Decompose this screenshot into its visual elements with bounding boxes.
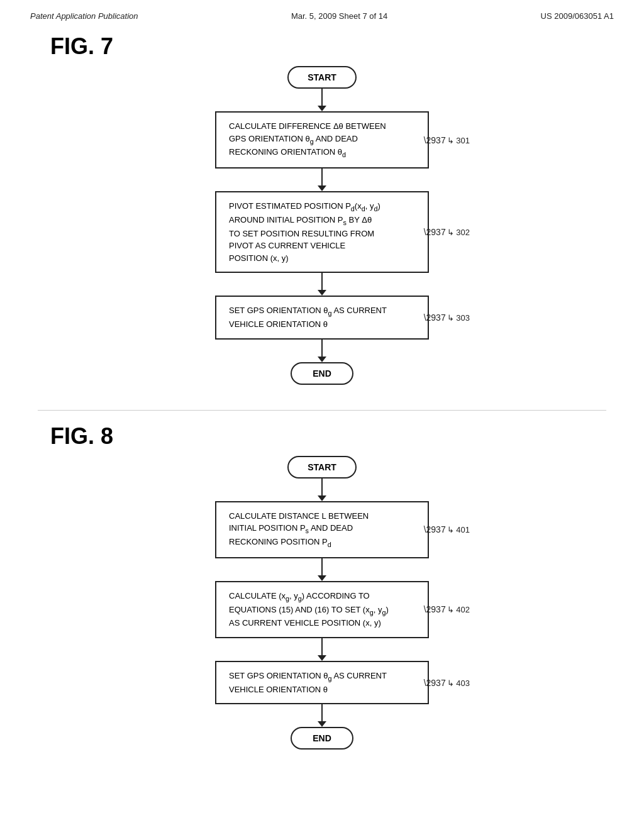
- fig7-end-row: END: [291, 362, 353, 385]
- fig8-step401-row: CALCULATE DISTANCE L BETWEEN INITIAL POS…: [215, 501, 429, 558]
- fig7-label: FIG. 7: [50, 33, 606, 60]
- fig8-end-node: END: [291, 727, 353, 750]
- fig7-start-row: START: [287, 66, 357, 89]
- fig7-flowchart: START CALCULATE DIFFERENCE Δθ BETWEEN GP…: [38, 66, 606, 385]
- fig8-label: FIG. 8: [50, 423, 606, 450]
- fig7-arrow-4: [318, 340, 326, 362]
- fig7-flow-container: START CALCULATE DIFFERENCE Δθ BETWEEN GP…: [38, 66, 606, 385]
- fig7-arrow-1: [318, 89, 326, 111]
- fig8-start-row: START: [287, 456, 357, 479]
- fig8-end-row: END: [291, 727, 353, 750]
- page: Patent Application Publication Mar. 5, 2…: [0, 0, 644, 830]
- fig8-step403-row: SET GPS ORIENTATION θg AS CURRENT VEHICL…: [215, 661, 429, 704]
- fig7-step301-row: CALCULATE DIFFERENCE Δθ BETWEEN GPS ORIE…: [215, 111, 429, 169]
- fig7-step303-label: ↳ 303: [424, 313, 470, 323]
- fig8-arrow-3: [318, 638, 326, 661]
- fig8-step402-label: ↳ 402: [424, 604, 470, 614]
- fig8-flow-container: START CALCULATE DISTANCE L BETWEEN INITI…: [38, 456, 606, 750]
- publication-label: Patent Application Publication: [30, 11, 138, 21]
- fig7-step302-row: PIVOT ESTIMATED POSITION Pd(xd, yd) AROU…: [215, 191, 429, 273]
- figure-7-section: FIG. 7 START CALCULATE DIFFERENCE Δθ BET…: [38, 33, 606, 385]
- fig7-step301-box: CALCULATE DIFFERENCE Δθ BETWEEN GPS ORIE…: [215, 111, 429, 169]
- page-header: Patent Application Publication Mar. 5, 2…: [0, 0, 644, 27]
- fig7-step303-row: SET GPS ORIENTATION θg AS CURRENT VEHICL…: [215, 296, 429, 339]
- fig8-step402-box: CALCULATE (xg, yg) ACCORDING TO EQUATION…: [215, 581, 429, 638]
- fig8-step402-row: CALCULATE (xg, yg) ACCORDING TO EQUATION…: [215, 581, 429, 638]
- fig7-step303-box: SET GPS ORIENTATION θg AS CURRENT VEHICL…: [215, 296, 429, 339]
- fig7-step301-label: ↳ 301: [424, 135, 470, 145]
- fig7-end-node: END: [291, 362, 353, 385]
- fig7-arrow-2: [318, 169, 326, 191]
- section-divider: [38, 410, 606, 411]
- fig8-step401-label: ↳ 401: [424, 524, 470, 534]
- fig8-step403-box: SET GPS ORIENTATION θg AS CURRENT VEHICL…: [215, 661, 429, 704]
- fig8-step401-box: CALCULATE DISTANCE L BETWEEN INITIAL POS…: [215, 501, 429, 558]
- fig8-arrow-2: [318, 558, 326, 581]
- fig8-arrow-1: [318, 479, 326, 501]
- fig7-arrow-3: [318, 273, 326, 296]
- fig8-step403-label: ↳ 403: [424, 678, 470, 688]
- patent-number: US 2009/063051 A1: [541, 11, 614, 21]
- sheet-info: Mar. 5, 2009 Sheet 7 of 14: [291, 11, 387, 21]
- figure-8-section: FIG. 8 START CALCULATE DISTANCE L BETWEE…: [38, 423, 606, 750]
- fig7-step302-label: ↳ 302: [424, 227, 470, 237]
- fig8-flowchart: START CALCULATE DISTANCE L BETWEEN INITI…: [38, 456, 606, 750]
- fig7-start-node: START: [287, 66, 357, 89]
- fig8-arrow-4: [318, 704, 326, 727]
- fig8-start-node: START: [287, 456, 357, 479]
- fig7-step302-box: PIVOT ESTIMATED POSITION Pd(xd, yd) AROU…: [215, 191, 429, 273]
- main-content: FIG. 7 START CALCULATE DIFFERENCE Δθ BET…: [0, 27, 644, 787]
